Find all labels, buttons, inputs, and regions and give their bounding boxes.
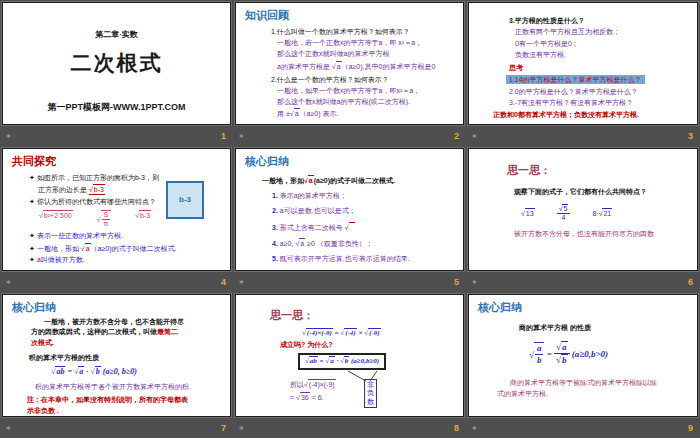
slide-9-thumbnail[interactable]: 核心归纳 商的算术平方根 的性质 √ab = √a√b (a≥0,b>0) 商的… bbox=[468, 294, 698, 417]
slide-number: 6 bbox=[688, 277, 693, 287]
formula: 表示a的算术平方根； bbox=[280, 192, 347, 199]
formula-row: √13 √54 8·√21 bbox=[521, 204, 697, 222]
slide-sorter-grid: 第二章·实数 二次根式 第一PPT模板网-WWW.1PPT.COM ✶ 1 知识… bbox=[0, 0, 700, 438]
formula: √b-3 bbox=[89, 186, 105, 195]
slide-cell-3: 3.平方根的性质是什么？ 正数有两个平方根且互为相反数； 0有一个平方根是0； … bbox=[466, 0, 700, 146]
formula: √54 bbox=[557, 204, 571, 222]
list-item: 1.表示a的算术平方根； bbox=[272, 191, 463, 200]
slide-title: 核心归纳 bbox=[236, 149, 463, 168]
note-line: 积的算术平方根等于各个被开方数算术平方根的积. bbox=[35, 382, 230, 391]
formula-line: 用 ±√a（a≥0) 表示. bbox=[271, 108, 457, 118]
slide-6-thumbnail[interactable]: 思一思： 观察下面的式子，它们都有什么共同特点？ √13 √54 8·√21 被… bbox=[468, 148, 698, 271]
answer-line: 被开方数不含分母，也没有能开得尽方的因数 bbox=[514, 229, 697, 238]
thumbnail-footer: ✶ 1 bbox=[5, 127, 226, 145]
thumbnail-footer: ✶ 5 bbox=[238, 273, 459, 291]
transition-star-icon: ✶ bbox=[471, 424, 478, 433]
slide-title: 共同探究 bbox=[3, 149, 230, 168]
deck-title: 二次根式 bbox=[3, 49, 230, 76]
formula: a可以是数,也可以是式； bbox=[280, 207, 356, 214]
formula: 形式上含有二次根号 bbox=[280, 224, 345, 231]
formula: √13 bbox=[521, 208, 535, 218]
slide-3-thumbnail[interactable]: 3.平方根的性质是什么？ 正数有两个平方根且互为相反数； 0有一个平方根是0； … bbox=[468, 2, 698, 125]
text-line: 那么这个数x就叫做a的平方根(或二次方根). bbox=[271, 97, 457, 106]
product-rule-formula: √ab = √a · √b (a≥0,b≥0) bbox=[298, 353, 386, 369]
text-line: 2.0的平方根是什么？算术平方根是什么？ bbox=[509, 87, 691, 96]
slide-cell-7: 核心归纳 一般地，被开方数不含分母，也不含能开得尽 方的因数或因式，这样的二次根… bbox=[0, 292, 233, 438]
transition-star-icon: ✶ bbox=[238, 132, 245, 141]
text-line: 1.什么叫做一个数的算术平方根？如何表示？ bbox=[271, 27, 457, 36]
highlighted-line: 1.14的平方根是什么？算术平方根是什么？ bbox=[509, 75, 691, 84]
slide-title: 知识回顾 bbox=[236, 3, 463, 22]
slide-title: 核心归纳 bbox=[469, 295, 697, 314]
text-line: 那么这个正数x就叫做a的算术平方根 bbox=[271, 49, 457, 58]
definition-paragraph: 一般地，被开方数不含分母，也不含能开得尽 方的因数或因式，这样的二次根式，叫做最… bbox=[31, 317, 220, 347]
slide-8-thumbnail[interactable]: 思一思： √(-4)×(-9) = √(-4) × √(-9) 成立吗? 为什么… bbox=[235, 294, 464, 417]
product-rule-formula: √ab = √a · √b (a≥0, b≥0) bbox=[51, 366, 230, 377]
transition-star-icon: ✶ bbox=[238, 424, 245, 433]
text-line: 2.什么是一个数的平方根？如何表示？ bbox=[271, 75, 457, 84]
explanation-paragraph: 商的算术平方根等于被除式的算术平方根除以除 式的算术平方根. bbox=[497, 378, 683, 399]
list-item: 4.a≥0, √a ≥0 （双重非负性）； bbox=[272, 238, 463, 248]
formula: √b-3 bbox=[135, 210, 151, 228]
nonnegative-callout: 非负数 bbox=[364, 379, 377, 408]
property-heading: 积的算术平方根的性质 bbox=[29, 353, 230, 362]
thumbnail-footer: ✶ 6 bbox=[471, 273, 693, 291]
square-figure: b-3 bbox=[166, 181, 204, 219]
slide-2-thumbnail[interactable]: 知识回顾 1.什么叫做一个数的算术平方根？如何表示？ 一般地，若一个正数x的平方… bbox=[235, 2, 464, 125]
question-line: 观察下面的式子，它们都有什么共同特点？ bbox=[514, 187, 697, 196]
slide-cell-8: 思一思： √(-4)×(-9) = √(-4) × √(-9) 成立吗? 为什么… bbox=[233, 292, 466, 438]
formula: a≥0, √a ≥0 （双重非负性）； bbox=[280, 240, 373, 247]
transition-star-icon: ✶ bbox=[471, 278, 478, 287]
thumbnail-footer: ✶ 2 bbox=[238, 127, 459, 145]
text-line: 正数有两个平方根且互为相反数； bbox=[509, 27, 691, 36]
bullet-line: ✦一般地，形如 √a（a≥0)的式子叫做二次根式. bbox=[29, 243, 224, 253]
warning-note: 注：在本章中，如果没有特别说明，所有的字母都表 示非负数 . bbox=[27, 395, 230, 416]
transition-star-icon: ✶ bbox=[5, 278, 12, 287]
bullet-line: ✦a叫做被开方数. bbox=[29, 255, 224, 264]
question-formula: √(-4)×(-9) = √(-4) × √(-9) bbox=[302, 328, 463, 338]
thumbnail-footer: ✶ 8 bbox=[238, 419, 459, 437]
list-item: 2.a可以是数,也可以是式； bbox=[272, 206, 463, 215]
slide-number: 8 bbox=[454, 423, 459, 433]
formula: √Sπ bbox=[97, 210, 112, 228]
thumbnail-footer: ✶ 4 bbox=[5, 273, 226, 291]
bullet-star-icon: ✦ bbox=[29, 198, 35, 205]
slide-number: 2 bbox=[454, 131, 459, 141]
slide-cell-5: 核心归纳 一般地，形如√a(a≥0)的式子叫做二次根式. 1.表示a的算术平方根… bbox=[233, 146, 466, 292]
question-line: 成立吗? 为什么? bbox=[280, 340, 463, 349]
formula: √ bbox=[345, 224, 355, 231]
bullet-star-icon: ✦ bbox=[29, 256, 35, 263]
slide-cell-6: 思一思： 观察下面的式子，它们都有什么共同特点？ √13 √54 8·√21 被… bbox=[466, 146, 700, 292]
slide-4-thumbnail[interactable]: 共同探究 ✦如图所示，已知正方形的面积为b-3，则 正方形的边长是 √b-3 ✦… bbox=[2, 148, 231, 271]
list-item: 5.既可表示开平方运算,也可表示运算的结果. bbox=[272, 254, 463, 263]
boxed-rule: √ab = √a · √b (a≥0,b≥0) bbox=[298, 353, 463, 369]
formula-line: a的算术平方根是 √a（a≥0),其中0的算术平方根是0 bbox=[271, 61, 457, 71]
text-line: 一般地，若一个正数x的平方等于a，即 x²＝a， bbox=[271, 38, 457, 47]
transition-star-icon: ✶ bbox=[471, 132, 478, 141]
text-line: 3.平方根的性质是什么？ bbox=[509, 16, 691, 25]
think-label: 思考 bbox=[509, 63, 691, 72]
watermark-text: 第一PPT模板网-WWW.1PPT.COM bbox=[3, 102, 230, 114]
slide-title: 思一思： bbox=[236, 295, 463, 322]
slide-number: 5 bbox=[454, 277, 459, 287]
bullet-line: ✦表示一些正数的算术平方根. bbox=[29, 231, 224, 240]
transition-star-icon: ✶ bbox=[5, 132, 12, 141]
list-item: 3.形式上含有二次根号 √ bbox=[272, 222, 463, 232]
slide-title: 思一思： bbox=[469, 149, 697, 177]
square-label: b-3 bbox=[179, 195, 191, 205]
slide-1-thumbnail[interactable]: 第二章·实数 二次根式 第一PPT模板网-WWW.1PPT.COM bbox=[2, 2, 231, 125]
slide-title: 核心归纳 bbox=[3, 295, 230, 314]
formula: √a bbox=[304, 177, 314, 184]
formula: 既可表示开平方运算,也可表示运算的结果. bbox=[280, 255, 410, 262]
thumbnail-footer: ✶ 7 bbox=[5, 419, 226, 437]
slide-cell-9: 核心归纳 商的算术平方根 的性质 √ab = √a√b (a≥0,b>0) 商的… bbox=[466, 292, 700, 438]
slide-5-thumbnail[interactable]: 核心归纳 一般地，形如√a(a≥0)的式子叫做二次根式. 1.表示a的算术平方根… bbox=[235, 148, 464, 271]
slide-cell-4: 共同探究 ✦如图所示，已知正方形的面积为b-3，则 正方形的边长是 √b-3 ✦… bbox=[0, 146, 233, 292]
slide-number: 3 bbox=[688, 131, 693, 141]
slide-7-thumbnail[interactable]: 核心归纳 一般地，被开方数不含分母，也不含能开得尽 方的因数或因式，这样的二次根… bbox=[2, 294, 231, 417]
text-line: 一般地，如果一个数x的平方等于a，即x²＝a， bbox=[271, 86, 457, 95]
bullet-star-icon: ✦ bbox=[29, 245, 35, 252]
bullet-star-icon: ✦ bbox=[29, 174, 35, 181]
slide-number: 1 bbox=[221, 131, 226, 141]
thumbnail-footer: ✶ 9 bbox=[471, 419, 693, 437]
